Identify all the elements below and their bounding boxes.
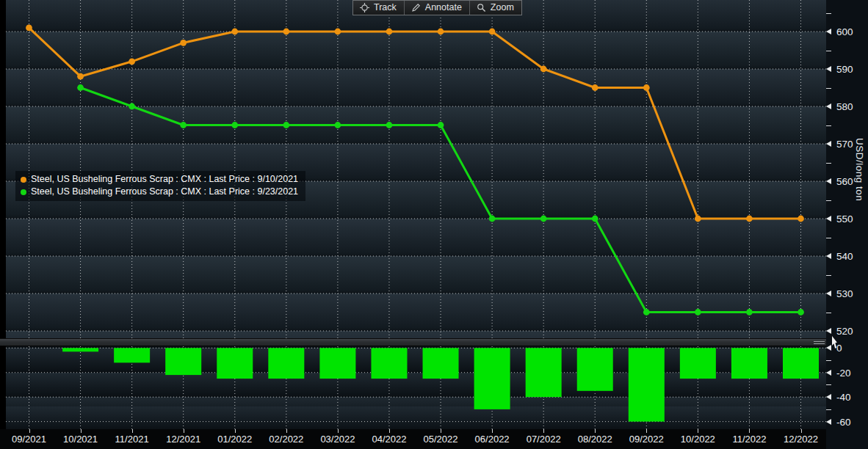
annotate-button-label: Annotate	[425, 2, 462, 12]
green-series-marker-icon	[21, 189, 26, 195]
y-axis-label: 550	[836, 213, 853, 224]
x-axis: 09/202110/202111/202112/202101/202202/20…	[0, 429, 868, 449]
y-axis-minor-tick	[826, 125, 831, 126]
divider-grip[interactable]	[814, 341, 825, 344]
bar	[526, 348, 562, 397]
data-point	[643, 84, 650, 91]
x-axis-label: 04/2022	[366, 434, 413, 445]
x-axis-label: 07/2022	[520, 434, 567, 445]
y-axis-minor-tick	[826, 13, 831, 14]
x-axis-label: 05/2022	[417, 434, 464, 445]
y-axis-tick-arrow	[826, 253, 831, 259]
bar	[577, 348, 613, 391]
x-axis-tick	[132, 429, 133, 433]
spread-chart-canvas	[6, 346, 826, 429]
x-axis-tick	[801, 429, 802, 433]
y-axis-tick-arrow	[826, 394, 831, 400]
x-axis-label: 10/2022	[674, 434, 721, 445]
chart-toolbar: Track Annotate Zoom	[352, 0, 522, 15]
x-axis-tick	[749, 429, 750, 433]
y-axis-minor-tick	[826, 238, 831, 238]
y-axis-tick-arrow	[826, 291, 831, 296]
data-point	[592, 84, 598, 91]
data-point	[592, 216, 598, 222]
bar	[423, 348, 459, 379]
bar	[62, 348, 98, 351]
data-point	[695, 309, 701, 315]
data-point	[695, 216, 701, 222]
x-axis-tick	[389, 429, 390, 433]
legend-label: Steel, US Busheling Ferrous Scrap : CMX …	[31, 186, 298, 198]
legend-label: Steel, US Busheling Ferrous Scrap : CMX …	[31, 173, 298, 186]
y-axis-tick-arrow	[826, 419, 831, 425]
data-point	[77, 84, 84, 91]
y-axis-minor-tick	[826, 51, 831, 51]
x-axis-label: 02/2022	[263, 434, 310, 445]
data-point	[746, 216, 753, 222]
y-axis-minor-tick	[826, 88, 831, 89]
panel-divider[interactable]	[0, 338, 868, 346]
main-price-panel[interactable]: Steel, US Busheling Ferrous Scrap : CMX …	[6, 0, 826, 338]
orange-series-marker-icon	[21, 177, 26, 183]
data-point	[180, 122, 187, 128]
legend-row-9-23-2021: Steel, US Busheling Ferrous Scrap : CMX …	[21, 186, 298, 198]
data-point	[438, 122, 444, 128]
y-axis-minor-tick	[826, 313, 831, 313]
y-axis-label: -40	[836, 392, 851, 403]
y-axis-minor-tick	[826, 384, 831, 385]
y-axis: USD/long ton 600590580570560550540530520…	[826, 0, 868, 449]
x-axis-label: 12/2022	[778, 434, 825, 445]
y-axis-title: USD/long ton	[854, 138, 865, 201]
data-point	[643, 309, 650, 315]
bar	[629, 348, 665, 421]
data-point	[283, 122, 289, 128]
x-axis-tick	[29, 429, 30, 433]
x-axis-label: 03/2022	[314, 434, 361, 445]
x-axis-tick	[235, 429, 236, 433]
data-point	[26, 25, 32, 32]
y-axis-label: 580	[836, 101, 853, 112]
data-point	[231, 122, 238, 128]
x-axis-label: 09/2021	[6, 434, 53, 445]
y-axis-label: 570	[836, 139, 853, 150]
zoom-button[interactable]: Zoom	[470, 1, 521, 15]
data-point	[489, 29, 496, 35]
x-axis-label: 01/2022	[211, 434, 258, 445]
y-axis-tick-arrow	[826, 328, 831, 334]
y-axis-minor-tick	[826, 200, 831, 201]
chart-window: Steel, US Busheling Ferrous Scrap : CMX …	[0, 0, 868, 449]
y-axis-tick-arrow	[826, 29, 831, 34]
annotate-button[interactable]: Annotate	[405, 1, 470, 15]
pencil-icon	[411, 3, 421, 12]
magnifier-icon	[477, 3, 486, 12]
y-axis-minor-tick	[826, 409, 831, 410]
spread-panel[interactable]: Steel, US Busheling Ferrous Scrap : 9/23…	[6, 346, 826, 429]
x-axis-label: 11/2021	[109, 434, 156, 445]
y-axis-minor-tick	[826, 163, 831, 164]
legend-row-9-10-2021: Steel, US Busheling Ferrous Scrap : CMX …	[21, 173, 298, 186]
bar	[371, 348, 407, 379]
bar	[165, 348, 201, 375]
data-point	[180, 40, 187, 46]
x-axis-tick	[646, 429, 647, 433]
y-axis-label: 530	[836, 288, 853, 299]
y-axis-tick-arrow	[826, 216, 831, 222]
data-point	[438, 29, 444, 35]
y-axis-label: -60	[836, 416, 851, 427]
bar	[731, 348, 767, 379]
main-legend[interactable]: Steel, US Busheling Ferrous Scrap : CMX …	[15, 171, 305, 201]
y-axis-tick-arrow	[826, 66, 831, 72]
x-axis-tick	[595, 429, 596, 433]
data-point	[386, 122, 393, 128]
bar	[474, 348, 510, 409]
x-axis-tick	[698, 429, 698, 433]
crosshair-icon	[360, 3, 369, 12]
track-button[interactable]: Track	[353, 1, 405, 15]
y-axis-tick-arrow	[826, 178, 831, 184]
x-axis-label: 09/2022	[623, 434, 670, 445]
data-point	[746, 309, 753, 315]
y-axis-label: 520	[836, 326, 853, 337]
track-button-label: Track	[374, 2, 397, 12]
bar	[319, 348, 355, 379]
bar	[783, 348, 819, 379]
